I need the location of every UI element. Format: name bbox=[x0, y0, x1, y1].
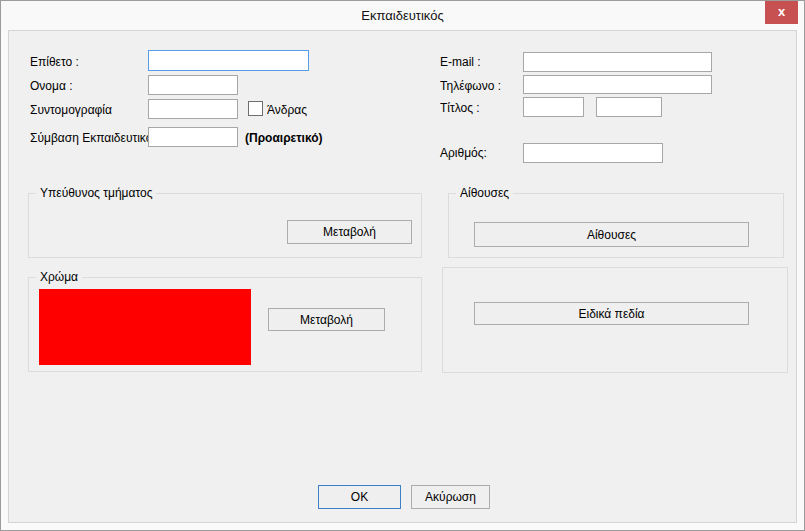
close-button[interactable]: x bbox=[765, 1, 798, 24]
title-input-2[interactable] bbox=[596, 97, 662, 117]
rooms-button[interactable]: Αίθουσες bbox=[474, 222, 749, 247]
male-checkbox-label: Άνδρας bbox=[267, 100, 307, 120]
surname-input[interactable] bbox=[148, 50, 309, 71]
head-teacher-change-button[interactable]: Μεταβολή bbox=[287, 220, 412, 244]
email-label: E-mail : bbox=[440, 52, 481, 72]
special-fields-button[interactable]: Ειδικά πεδία bbox=[474, 302, 749, 325]
dialog-title: Εκπαιδευτικός bbox=[1, 1, 804, 30]
first-name-input[interactable] bbox=[148, 75, 238, 95]
title-bar: Εκπαιδευτικός bbox=[1, 1, 804, 30]
number-input[interactable] bbox=[523, 143, 663, 163]
ok-button[interactable]: OK bbox=[318, 485, 401, 509]
head-teacher-group-caption: Υπεύθυνος τμήματος bbox=[36, 186, 156, 201]
cancel-button[interactable]: Ακύρωση bbox=[411, 485, 490, 509]
phone-label: Τηλέφωνο : bbox=[440, 76, 501, 96]
abbreviation-input[interactable] bbox=[148, 99, 238, 119]
color-swatch bbox=[39, 289, 251, 365]
phone-input[interactable] bbox=[523, 75, 712, 94]
dialog-body: Επίθετο : Ονομα : Συντομογραφία Άνδρας Σ… bbox=[8, 30, 797, 523]
title-label: Τίτλος : bbox=[440, 98, 480, 118]
dialog-window: Εκπαιδευτικός x Επίθετο : Ονομα : Συντομ… bbox=[0, 0, 805, 531]
number-label: Αριθμός: bbox=[440, 143, 487, 163]
color-change-button[interactable]: Μεταβολή bbox=[268, 308, 385, 331]
contract-label: Σύμβαση Εκπαιδευτικού bbox=[30, 128, 159, 148]
title-input-1[interactable] bbox=[523, 97, 584, 117]
optional-note-label: (Προαιρετικό) bbox=[245, 128, 323, 148]
email-input[interactable] bbox=[523, 52, 712, 72]
surname-label: Επίθετο : bbox=[30, 52, 79, 72]
abbreviation-label: Συντομογραφία bbox=[30, 100, 112, 120]
rooms-group-caption: Αίθουσες bbox=[456, 186, 513, 201]
first-name-label: Ονομα : bbox=[30, 76, 73, 96]
contract-input[interactable] bbox=[148, 127, 238, 147]
color-group-caption: Χρώμα bbox=[36, 270, 82, 285]
male-checkbox[interactable] bbox=[248, 101, 263, 116]
